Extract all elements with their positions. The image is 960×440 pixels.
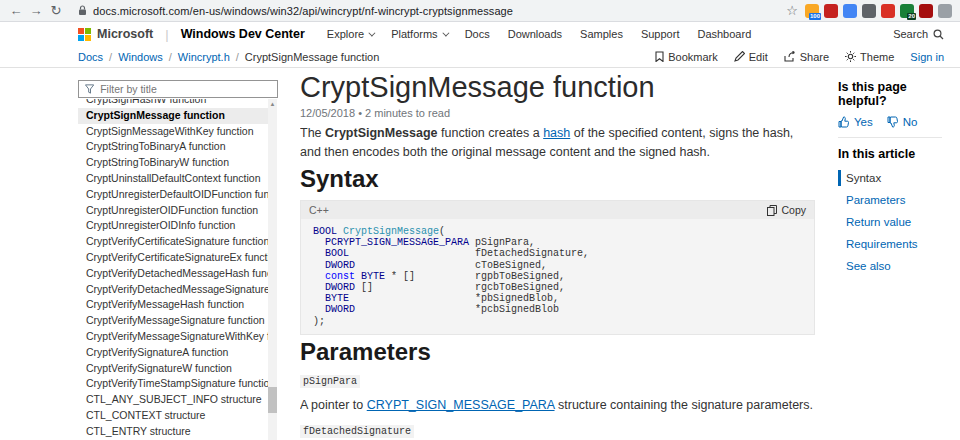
browser-forward-button[interactable]: → bbox=[26, 3, 46, 18]
extension-dark-red-icon[interactable] bbox=[919, 4, 933, 18]
code-line: DWORD cToBeSigned, bbox=[313, 260, 802, 271]
breadcrumb: Docs/Windows/Wincrypt.h/CryptSignMessage… bbox=[78, 51, 379, 63]
toc-item[interactable]: CryptUninstallDefaultContext function bbox=[78, 171, 268, 187]
toc-item[interactable]: CryptVerifyCertificateSignature function bbox=[78, 234, 268, 250]
bookmark-icon bbox=[655, 51, 664, 62]
nav-item-samples[interactable]: Samples bbox=[580, 28, 623, 40]
copy-button[interactable]: Copy bbox=[767, 204, 806, 216]
breadcrumb-link[interactable]: Windows bbox=[118, 51, 163, 63]
thumbs-down-icon bbox=[887, 116, 899, 128]
toc-item[interactable]: CryptVerifyMessageSignatureWithKey funct… bbox=[78, 329, 268, 345]
filter-funnel-icon bbox=[85, 84, 94, 94]
nav-item-platforms[interactable]: Platforms bbox=[391, 28, 446, 40]
code-line: PCRYPT_SIGN_MESSAGE_PARA pSignPara, bbox=[313, 237, 802, 248]
code-line: BYTE *pbSignedBlob, bbox=[313, 293, 802, 304]
theme-button[interactable]: Theme bbox=[845, 51, 894, 63]
toc-item[interactable]: CryptStringToBinaryA function bbox=[78, 139, 268, 155]
toc-item[interactable]: CryptVerifyCertificateSignatureEx functi… bbox=[78, 250, 268, 266]
param-psignpara: pSignPara bbox=[300, 375, 360, 388]
toc-item[interactable]: CryptVerifySignatureA function bbox=[78, 345, 268, 361]
parameters-heading: Parameters bbox=[300, 339, 815, 365]
browser-back-button[interactable]: ← bbox=[6, 3, 26, 18]
feedback-no-button[interactable]: No bbox=[887, 116, 918, 128]
ssl-lock-icon bbox=[78, 5, 87, 16]
code-line: ); bbox=[313, 316, 802, 327]
code-language-label: C++ bbox=[309, 204, 329, 216]
share-label: Share bbox=[800, 51, 829, 63]
extension-red-pen-icon[interactable] bbox=[881, 4, 895, 18]
toc-item[interactable]: CryptVerifyMessageHash function bbox=[78, 297, 268, 313]
toc-item[interactable]: CryptVerifySignatureW function bbox=[78, 361, 268, 377]
toc-item[interactable]: CryptVerifyDetachedMessageSignature func… bbox=[78, 282, 268, 298]
feedback-yes-button[interactable]: Yes bbox=[838, 116, 873, 128]
toc-item[interactable]: CryptStringToBinaryW function bbox=[78, 155, 268, 171]
microsoft-wordmark[interactable]: Microsoft bbox=[97, 27, 153, 41]
toc-item[interactable]: CryptVerifyMessageSignature function bbox=[78, 313, 268, 329]
extension-grid-icon[interactable] bbox=[862, 4, 876, 18]
article-date: 12/05/2018 bbox=[300, 107, 355, 119]
toc-item[interactable]: CryptVerifyDetachedMessageHash function bbox=[78, 266, 268, 282]
scroll-up-arrow[interactable]: ▲ bbox=[268, 99, 277, 109]
copy-label: Copy bbox=[781, 204, 806, 216]
thumbs-up-icon bbox=[838, 116, 850, 128]
browser-reload-button[interactable]: ↻ bbox=[46, 3, 66, 18]
nav-item-dashboard[interactable]: Dashboard bbox=[697, 28, 751, 40]
breadcrumb-link[interactable]: Docs bbox=[78, 51, 103, 63]
code-block-header: C++ Copy bbox=[301, 201, 814, 219]
toc-item[interactable]: CryptSignMessageWithKey function bbox=[78, 124, 268, 140]
nav-item-downloads[interactable]: Downloads bbox=[508, 28, 562, 40]
nav-item-docs[interactable]: Docs bbox=[465, 28, 490, 40]
nav-item-explore[interactable]: Explore bbox=[327, 28, 373, 40]
text-segment: The bbox=[300, 126, 325, 140]
extensions-row: 10020 bbox=[805, 4, 952, 18]
toc-item[interactable]: CryptUnregisterDefaultOIDFunction functi… bbox=[78, 187, 268, 203]
extension-orange-100-icon[interactable]: 100 bbox=[805, 4, 819, 18]
article: CryptSignMessage function 12/05/2018 • 2… bbox=[300, 68, 815, 440]
toc-item[interactable]: CTL_CONTEXT structure bbox=[78, 408, 268, 424]
article-anchor-parameters[interactable]: Parameters bbox=[838, 192, 950, 208]
sidebar-scrollbar[interactable]: ▲ bbox=[268, 99, 277, 440]
toc-item[interactable]: CryptUnregisterOIDFunction function bbox=[78, 203, 268, 219]
extension-gray-ring-icon[interactable] bbox=[938, 4, 952, 18]
bookmark-star-icon[interactable]: ☆ bbox=[786, 3, 798, 18]
breadcrumb-link[interactable]: Wincrypt.h bbox=[178, 51, 230, 63]
code-body: BOOL CryptSignMessage( PCRYPT_SIGN_MESSA… bbox=[301, 219, 814, 334]
article-anchor-see-also[interactable]: See also bbox=[838, 258, 950, 274]
site-title[interactable]: Windows Dev Center bbox=[181, 27, 305, 41]
sidebar-scrollbar-thumb[interactable] bbox=[268, 387, 277, 413]
toc-item[interactable]: CTL_ENTRY structure bbox=[78, 424, 268, 440]
toc-item[interactable]: CryptUnregisterOIDInfo function bbox=[78, 218, 268, 234]
browser-chrome: ← → ↻ docs.microsoft.com/en-us/windows/w… bbox=[0, 0, 960, 22]
toc-item[interactable]: CryptVerifyTimeStampSignature function bbox=[78, 376, 268, 392]
extension-green-20-icon[interactable]: 20 bbox=[900, 4, 914, 18]
inline-link[interactable]: CRYPT_SIGN_MESSAGE_PARA bbox=[367, 398, 555, 412]
extension-red-stop-icon[interactable] bbox=[824, 4, 838, 18]
article-anchor-requirements[interactable]: Requirements bbox=[838, 236, 950, 252]
bookmark-button[interactable]: Bookmark bbox=[655, 51, 718, 63]
sign-in-button[interactable]: Sign in bbox=[910, 51, 944, 63]
breadcrumb-separator: / bbox=[169, 51, 172, 63]
nav-label: Docs bbox=[465, 28, 490, 40]
extension-translate-icon[interactable] bbox=[843, 4, 857, 18]
address-bar[interactable]: docs.microsoft.com/en-us/windows/win32/a… bbox=[93, 5, 513, 17]
toc-item[interactable]: CryptSignHashW function bbox=[78, 99, 268, 108]
article-anchor-syntax[interactable]: Syntax bbox=[838, 170, 950, 186]
breadcrumb-separator: / bbox=[236, 51, 239, 63]
search-button[interactable]: Search bbox=[893, 28, 960, 40]
param-fdetachedsignature: fDetachedSignature bbox=[300, 425, 414, 438]
toc-item[interactable]: CryptSignMessage function bbox=[78, 108, 268, 124]
share-button[interactable]: Share bbox=[784, 51, 829, 63]
toc-item[interactable]: CTL_ANY_SUBJECT_INFO structure bbox=[78, 392, 268, 408]
site-header: Microsoft | Windows Dev Center ExplorePl… bbox=[0, 22, 960, 46]
chevron-down-icon bbox=[369, 29, 376, 36]
edit-button[interactable]: Edit bbox=[734, 51, 768, 63]
filter-input[interactable] bbox=[100, 83, 271, 95]
breadcrumb-bar: Docs/Windows/Wincrypt.h/CryptSignMessage… bbox=[0, 46, 960, 68]
syntax-heading: Syntax bbox=[300, 166, 815, 192]
article-anchor-return-value[interactable]: Return value bbox=[838, 214, 950, 230]
inline-link[interactable]: hash bbox=[543, 126, 570, 140]
page-actions: Bookmark Edit Share Theme Sign in bbox=[655, 51, 944, 63]
intro-paragraph: The CryptSignMessage function creates a … bbox=[300, 124, 815, 162]
nav-item-support[interactable]: Support bbox=[641, 28, 680, 40]
microsoft-logo-icon[interactable] bbox=[78, 28, 91, 41]
